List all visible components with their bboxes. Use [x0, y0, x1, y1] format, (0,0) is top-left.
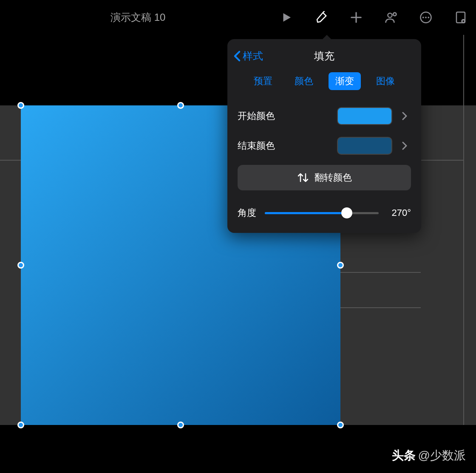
chevron-right-icon: [398, 112, 411, 120]
start-color-row[interactable]: 开始颜色: [227, 101, 421, 131]
slider-thumb[interactable]: [341, 207, 352, 218]
popover-title: 填充: [314, 49, 334, 63]
svg-point-4: [425, 17, 427, 18]
tab-preset[interactable]: 预置: [247, 72, 279, 90]
flip-arrows-icon: [297, 172, 309, 183]
start-color-label: 开始颜色: [238, 110, 337, 122]
resize-handle-tl[interactable]: [17, 102, 24, 109]
resize-handle-bm[interactable]: [177, 422, 184, 428]
svg-point-5: [428, 17, 429, 18]
back-label: 样式: [243, 49, 263, 63]
end-color-row[interactable]: 结束颜色: [227, 131, 421, 161]
more-icon[interactable]: [419, 11, 433, 24]
format-brush-icon[interactable]: [314, 11, 328, 24]
tab-color[interactable]: 颜色: [288, 72, 320, 90]
toolbar-actions: [280, 11, 468, 24]
resize-handle-br[interactable]: [337, 422, 344, 428]
fill-type-tabs: 预置 颜色 渐变 图像: [227, 72, 421, 90]
watermark-brand: 头条: [392, 448, 416, 464]
chevron-right-icon: [398, 142, 411, 150]
guide-line: [340, 272, 421, 273]
flip-colors-button[interactable]: 翻转颜色: [238, 165, 411, 190]
toolbar: 演示文稿 10: [0, 0, 476, 35]
guide-line: [340, 307, 421, 308]
angle-row: 角度 270°: [227, 199, 421, 219]
start-color-swatch[interactable]: [337, 107, 392, 125]
tab-image[interactable]: 图像: [369, 72, 402, 90]
guide-line: [463, 35, 464, 428]
resize-handle-ml[interactable]: [17, 262, 24, 269]
popover-header: 样式 填充: [227, 47, 421, 65]
svg-point-3: [422, 17, 424, 18]
document-icon[interactable]: [454, 11, 468, 24]
plus-icon[interactable]: [349, 11, 363, 24]
document-title: 演示文稿 10: [110, 11, 165, 24]
watermark: 头条 @少数派: [392, 448, 466, 464]
end-color-swatch[interactable]: [337, 137, 392, 155]
tab-gradient[interactable]: 渐变: [329, 72, 361, 90]
svg-point-8: [462, 20, 464, 22]
collaborate-icon[interactable]: [384, 11, 398, 24]
angle-value: 270°: [387, 207, 411, 218]
play-icon[interactable]: [280, 11, 293, 24]
fill-popover: 样式 填充 预置 颜色 渐变 图像 开始颜色 结束颜色 翻转颜色 角度: [227, 39, 421, 233]
resize-handle-mr[interactable]: [337, 262, 344, 269]
watermark-handle: @少数派: [418, 448, 466, 464]
slider-fill: [265, 212, 347, 214]
end-color-label: 结束颜色: [238, 139, 337, 152]
chevron-left-icon: [233, 51, 241, 62]
angle-slider[interactable]: [265, 207, 379, 219]
angle-label: 角度: [238, 207, 256, 219]
svg-point-0: [388, 13, 392, 17]
back-button[interactable]: 样式: [233, 49, 263, 63]
resize-handle-tm[interactable]: [177, 102, 184, 109]
flip-label: 翻转颜色: [314, 171, 352, 184]
resize-handle-bl[interactable]: [17, 422, 24, 428]
